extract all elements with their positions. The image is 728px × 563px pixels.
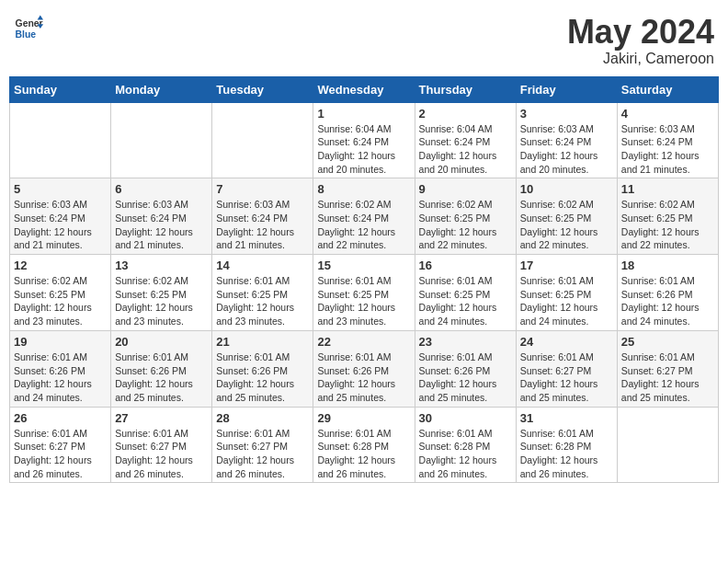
calendar-cell: 6Sunrise: 6:03 AM Sunset: 6:24 PM Daylig…: [111, 178, 212, 255]
weekday-header-row: SundayMondayTuesdayWednesdayThursdayFrid…: [10, 76, 719, 102]
day-info: Sunrise: 6:04 AM Sunset: 6:24 PM Dayligh…: [317, 122, 410, 177]
weekday-header-friday: Friday: [516, 76, 617, 102]
weekday-header-sunday: Sunday: [10, 76, 111, 102]
calendar-cell: 20Sunrise: 6:01 AM Sunset: 6:26 PM Dayli…: [111, 330, 212, 407]
calendar-cell: [10, 102, 111, 178]
calendar-cell: 26Sunrise: 6:01 AM Sunset: 6:27 PM Dayli…: [10, 407, 111, 483]
calendar-cell: 28Sunrise: 6:01 AM Sunset: 6:27 PM Dayli…: [212, 407, 313, 483]
weekday-header-tuesday: Tuesday: [212, 76, 313, 102]
day-info: Sunrise: 6:01 AM Sunset: 6:28 PM Dayligh…: [520, 427, 613, 481]
day-info: Sunrise: 6:02 AM Sunset: 6:24 PM Dayligh…: [317, 198, 410, 252]
day-number: 27: [115, 411, 208, 425]
calendar-cell: 5Sunrise: 6:03 AM Sunset: 6:24 PM Daylig…: [10, 178, 111, 255]
day-info: Sunrise: 6:01 AM Sunset: 6:27 PM Dayligh…: [115, 427, 208, 481]
calendar-cell: 10Sunrise: 6:02 AM Sunset: 6:25 PM Dayli…: [516, 178, 617, 255]
calendar-week-row: 19Sunrise: 6:01 AM Sunset: 6:26 PM Dayli…: [10, 330, 719, 407]
day-number: 9: [419, 182, 512, 196]
day-info: Sunrise: 6:03 AM Sunset: 6:24 PM Dayligh…: [14, 198, 107, 252]
calendar-week-row: 12Sunrise: 6:02 AM Sunset: 6:25 PM Dayli…: [10, 255, 719, 331]
day-info: Sunrise: 6:01 AM Sunset: 6:26 PM Dayligh…: [14, 350, 107, 405]
location-subtitle: Jakiri, Cameroon: [567, 51, 714, 67]
svg-text:Blue: Blue: [16, 29, 37, 40]
calendar-cell: 27Sunrise: 6:01 AM Sunset: 6:27 PM Dayli…: [111, 407, 212, 483]
title-block: May 2024 Jakiri, Cameroon: [567, 14, 714, 67]
calendar-week-row: 26Sunrise: 6:01 AM Sunset: 6:27 PM Dayli…: [10, 407, 719, 483]
calendar-cell: 7Sunrise: 6:03 AM Sunset: 6:24 PM Daylig…: [212, 178, 313, 255]
day-number: 5: [14, 182, 107, 196]
calendar-cell: 18Sunrise: 6:01 AM Sunset: 6:26 PM Dayli…: [617, 255, 718, 331]
day-number: 2: [419, 107, 512, 121]
day-info: Sunrise: 6:03 AM Sunset: 6:24 PM Dayligh…: [520, 122, 613, 177]
calendar-cell: 23Sunrise: 6:01 AM Sunset: 6:26 PM Dayli…: [415, 330, 516, 407]
day-number: 1: [317, 107, 410, 121]
day-number: 8: [317, 182, 410, 196]
day-number: 21: [216, 335, 309, 349]
calendar-cell: 12Sunrise: 6:02 AM Sunset: 6:25 PM Dayli…: [10, 255, 111, 331]
day-info: Sunrise: 6:02 AM Sunset: 6:25 PM Dayligh…: [14, 274, 107, 328]
calendar-cell: 8Sunrise: 6:02 AM Sunset: 6:24 PM Daylig…: [313, 178, 415, 255]
day-number: 30: [419, 411, 512, 425]
day-info: Sunrise: 6:03 AM Sunset: 6:24 PM Dayligh…: [621, 122, 714, 177]
calendar-cell: 3Sunrise: 6:03 AM Sunset: 6:24 PM Daylig…: [516, 102, 617, 178]
svg-marker-2: [38, 16, 43, 20]
weekday-header-thursday: Thursday: [415, 76, 516, 102]
day-number: 18: [621, 259, 714, 272]
day-info: Sunrise: 6:01 AM Sunset: 6:27 PM Dayligh…: [621, 350, 714, 405]
calendar-cell: [111, 102, 212, 178]
day-info: Sunrise: 6:02 AM Sunset: 6:25 PM Dayligh…: [520, 198, 613, 252]
calendar-cell: 9Sunrise: 6:02 AM Sunset: 6:25 PM Daylig…: [415, 178, 516, 255]
calendar-cell: 31Sunrise: 6:01 AM Sunset: 6:28 PM Dayli…: [516, 407, 617, 483]
calendar-cell: 29Sunrise: 6:01 AM Sunset: 6:28 PM Dayli…: [313, 407, 415, 483]
day-number: 12: [14, 259, 107, 272]
day-number: 28: [216, 411, 309, 425]
calendar-cell: 16Sunrise: 6:01 AM Sunset: 6:25 PM Dayli…: [415, 255, 516, 331]
calendar-cell: 1Sunrise: 6:04 AM Sunset: 6:24 PM Daylig…: [313, 102, 415, 178]
day-info: Sunrise: 6:01 AM Sunset: 6:28 PM Dayligh…: [317, 427, 410, 481]
day-info: Sunrise: 6:01 AM Sunset: 6:25 PM Dayligh…: [317, 274, 410, 328]
day-number: 26: [14, 411, 107, 425]
calendar-cell: 25Sunrise: 6:01 AM Sunset: 6:27 PM Dayli…: [617, 330, 718, 407]
calendar-cell: 14Sunrise: 6:01 AM Sunset: 6:25 PM Dayli…: [212, 255, 313, 331]
day-number: 15: [317, 259, 410, 272]
day-info: Sunrise: 6:01 AM Sunset: 6:26 PM Dayligh…: [216, 350, 309, 405]
calendar-cell: 13Sunrise: 6:02 AM Sunset: 6:25 PM Dayli…: [111, 255, 212, 331]
calendar-table: SundayMondayTuesdayWednesdayThursdayFrid…: [9, 76, 719, 484]
calendar-cell: 21Sunrise: 6:01 AM Sunset: 6:26 PM Dayli…: [212, 330, 313, 407]
day-number: 20: [115, 335, 208, 349]
calendar-cell: 30Sunrise: 6:01 AM Sunset: 6:28 PM Dayli…: [415, 407, 516, 483]
calendar-cell: 24Sunrise: 6:01 AM Sunset: 6:27 PM Dayli…: [516, 330, 617, 407]
calendar-cell: [617, 407, 718, 483]
weekday-header-wednesday: Wednesday: [313, 76, 415, 102]
calendar-week-row: 1Sunrise: 6:04 AM Sunset: 6:24 PM Daylig…: [10, 102, 719, 178]
svg-text:General: General: [16, 18, 43, 29]
day-info: Sunrise: 6:02 AM Sunset: 6:25 PM Dayligh…: [621, 198, 714, 252]
calendar-week-row: 5Sunrise: 6:03 AM Sunset: 6:24 PM Daylig…: [10, 178, 719, 255]
day-number: 10: [520, 182, 613, 196]
day-info: Sunrise: 6:01 AM Sunset: 6:26 PM Dayligh…: [317, 350, 410, 405]
weekday-header-monday: Monday: [111, 76, 212, 102]
calendar-cell: 2Sunrise: 6:04 AM Sunset: 6:24 PM Daylig…: [415, 102, 516, 178]
day-info: Sunrise: 6:01 AM Sunset: 6:27 PM Dayligh…: [520, 350, 613, 405]
day-number: 7: [216, 182, 309, 196]
day-info: Sunrise: 6:01 AM Sunset: 6:25 PM Dayligh…: [216, 274, 309, 328]
logo: General Blue: [14, 14, 43, 43]
day-number: 22: [317, 335, 410, 349]
day-number: 11: [621, 182, 714, 196]
day-number: 16: [419, 259, 512, 272]
day-info: Sunrise: 6:02 AM Sunset: 6:25 PM Dayligh…: [115, 274, 208, 328]
page-header: General Blue May 2024 Jakiri, Cameroon: [9, 9, 719, 67]
day-info: Sunrise: 6:01 AM Sunset: 6:26 PM Dayligh…: [419, 350, 512, 405]
weekday-header-saturday: Saturday: [617, 76, 718, 102]
day-info: Sunrise: 6:03 AM Sunset: 6:24 PM Dayligh…: [115, 198, 208, 252]
calendar-cell: 11Sunrise: 6:02 AM Sunset: 6:25 PM Dayli…: [617, 178, 718, 255]
day-number: 25: [621, 335, 714, 349]
day-info: Sunrise: 6:01 AM Sunset: 6:26 PM Dayligh…: [115, 350, 208, 405]
day-number: 3: [520, 107, 613, 121]
day-number: 31: [520, 411, 613, 425]
calendar-cell: [212, 102, 313, 178]
day-number: 19: [14, 335, 107, 349]
day-number: 23: [419, 335, 512, 349]
day-info: Sunrise: 6:03 AM Sunset: 6:24 PM Dayligh…: [216, 198, 309, 252]
logo-icon: General Blue: [14, 14, 43, 43]
day-info: Sunrise: 6:01 AM Sunset: 6:25 PM Dayligh…: [520, 274, 613, 328]
